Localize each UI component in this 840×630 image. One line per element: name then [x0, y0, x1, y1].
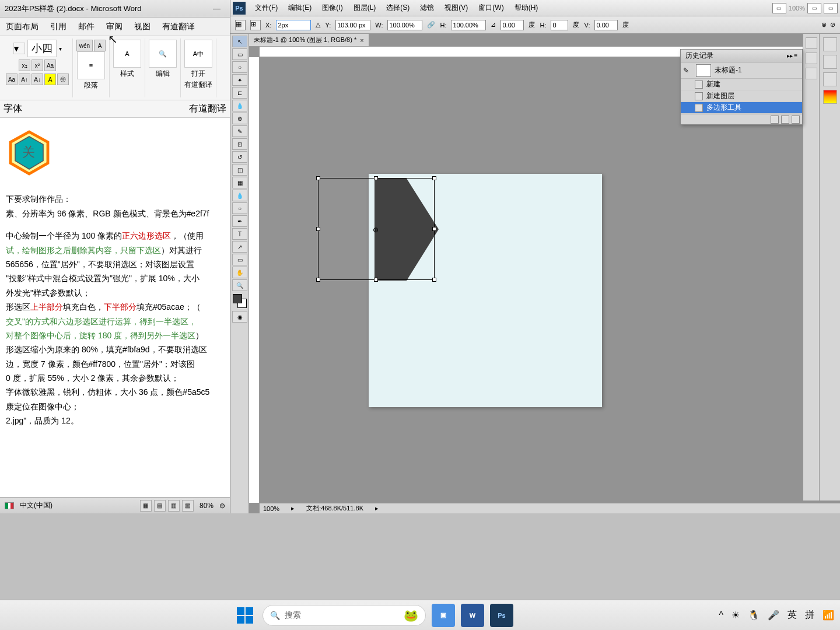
handle-ml[interactable] [316, 227, 320, 231]
center-point-icon[interactable]: ⊕ [373, 226, 379, 234]
history-item-new[interactable]: 新建 [681, 79, 802, 90]
stamp-tool[interactable]: ⊡ [232, 138, 247, 150]
tray-mic-icon[interactable]: 🎤 [768, 610, 779, 621]
healing-tool[interactable]: ⊕ [232, 113, 247, 124]
angle-input[interactable] [501, 20, 524, 30]
view-outline[interactable]: ▧ [182, 500, 194, 512]
handle-mr[interactable] [432, 227, 436, 231]
tab-review[interactable]: 审阅 [106, 22, 123, 32]
tab-view[interactable]: 视图 [134, 22, 150, 32]
menu-edit[interactable]: 编辑(E) [284, 3, 316, 13]
dock-icon-7[interactable] [806, 68, 817, 79]
x-input[interactable] [276, 20, 311, 30]
font-dropdown[interactable]: ▾ [13, 43, 25, 54]
tab-references[interactable]: 引用 [50, 22, 66, 32]
zoom-level[interactable]: 80% [200, 502, 214, 510]
quickmask-tool[interactable]: ◉ [232, 311, 247, 323]
dock-icon-5[interactable] [806, 37, 817, 49]
link-icon[interactable]: 🔗 [427, 21, 435, 29]
styles-button[interactable]: A [113, 40, 141, 68]
tool-preset-button[interactable]: ▦ [235, 20, 246, 30]
tray-weather-icon[interactable]: ☀ [732, 610, 740, 621]
path-tool[interactable]: ↗ [232, 241, 247, 253]
skew-v-input[interactable] [594, 20, 618, 30]
word-document[interactable]: 关 下要求制作作品： 素、分辨率为 96 像素、RGB 颜色模式、背景色为#e2… [0, 118, 230, 497]
zoom-tool[interactable]: 🔍 [232, 279, 247, 291]
cancel-icon[interactable]: ⊘ [830, 21, 835, 29]
search-box[interactable]: 🔍 搜索 🐸 [262, 605, 426, 626]
dock-icon-3[interactable] [823, 72, 837, 86]
handle-bc[interactable] [374, 278, 378, 282]
tray-chevron-icon[interactable]: ^ [719, 610, 723, 621]
font-size-dropdown[interactable]: ▾ [59, 46, 62, 52]
grow-font-button[interactable]: A↑ [19, 74, 30, 85]
arrow-icon-2[interactable]: ▸ [375, 505, 379, 512]
menu-help[interactable]: 帮助(H) [510, 3, 543, 13]
history-snapshot[interactable]: ✎ 未标题-1 [681, 62, 802, 79]
view-reading[interactable]: ▤ [154, 500, 166, 512]
edit-button[interactable]: 🔍 [149, 40, 177, 68]
eraser-tool[interactable]: ◫ [232, 164, 247, 176]
handle-br[interactable] [432, 278, 436, 282]
view-web[interactable]: ▥ [168, 500, 180, 512]
taskbar-app-1[interactable]: ▣ [432, 604, 455, 627]
handle-tl[interactable] [316, 176, 320, 180]
commit-icon[interactable]: ⊗ [821, 21, 827, 29]
fg-color[interactable] [233, 294, 242, 303]
phonetic-button[interactable]: wén [76, 40, 93, 51]
start-button[interactable] [233, 604, 257, 627]
menu-image[interactable]: 图像(I) [317, 3, 347, 13]
history-panel[interactable]: 历史记录 ▸▸ ≡ ✎ 未标题-1 新建 新建图层 多边形工具 [680, 49, 803, 125]
screen-mode-button[interactable]: ▭ [772, 3, 786, 13]
panel-menu-icon[interactable]: ≡ [794, 52, 797, 59]
shape-tool[interactable]: ▭ [232, 254, 247, 265]
taskbar-word[interactable]: W [461, 604, 484, 627]
wand-tool[interactable]: ✦ [232, 74, 247, 86]
taskbar-photoshop[interactable]: Ps [490, 604, 513, 627]
blur-tool[interactable]: 💧 [232, 190, 247, 201]
zoom-display[interactable]: 100% [263, 505, 279, 512]
w-input[interactable] [387, 20, 422, 30]
superscript-button[interactable]: x² [32, 60, 43, 71]
subscript-button[interactable]: x₂ [19, 60, 30, 71]
menu-file[interactable]: 文件(F) [250, 3, 282, 13]
view-print-layout[interactable]: ▦ [140, 500, 152, 512]
brush-tool[interactable]: ✎ [232, 125, 247, 137]
char-border-button[interactable]: A [94, 40, 106, 51]
color-swatch[interactable] [233, 294, 247, 308]
workspace-button[interactable]: ▭ [824, 3, 838, 13]
enclose-button[interactable]: ㊕ [57, 74, 69, 85]
panel-collapse-icon[interactable]: ▸▸ [787, 52, 793, 59]
ruler-vertical[interactable] [249, 57, 260, 503]
tab-mailings[interactable]: 邮件 [78, 22, 94, 32]
delete-state-icon[interactable] [792, 116, 800, 124]
move-tool[interactable]: ↖ [232, 36, 247, 47]
clear-format-button[interactable]: Aa [44, 60, 56, 71]
history-item-polygon[interactable]: 多边形工具 [681, 102, 802, 114]
eyedropper-tool[interactable]: 💧 [232, 100, 247, 111]
gradient-tool[interactable]: ▦ [232, 177, 247, 188]
shrink-font-button[interactable]: A↓ [32, 74, 43, 85]
language-indicator[interactable]: 中文(中国) [20, 501, 52, 510]
menu-select[interactable]: 选择(S) [382, 3, 414, 13]
highlight-button[interactable]: A [44, 74, 56, 85]
crop-tool[interactable]: ⊏ [232, 87, 247, 99]
handle-bl[interactable] [316, 278, 320, 282]
create-document-icon[interactable] [771, 116, 779, 124]
document-tab[interactable]: 未标题-1 @ 100% (图层 1, RGB/8) * × [249, 34, 369, 47]
wifi-icon[interactable]: 📶 [822, 610, 834, 621]
history-item-new-layer[interactable]: 新建图层 [681, 90, 802, 102]
lasso-tool[interactable]: ○ [232, 61, 247, 73]
history-brush-tool[interactable]: ↺ [232, 151, 247, 163]
close-tab-icon[interactable]: × [360, 37, 363, 44]
brush-source-icon[interactable]: ✎ [683, 66, 692, 75]
arrow-icon[interactable]: ▸ [291, 505, 295, 512]
ime-mode[interactable]: 拼 [805, 609, 814, 621]
menu-layer[interactable]: 图层(L) [349, 3, 381, 13]
history-panel-header[interactable]: 历史记录 ▸▸ ≡ [681, 50, 802, 62]
transform-bounding-box[interactable]: ⊕ [318, 178, 435, 280]
handle-tc[interactable] [374, 176, 378, 180]
dodge-tool[interactable]: ○ [232, 202, 247, 214]
reference-point-button[interactable]: ⊞ [250, 20, 261, 30]
menu-window[interactable]: 窗口(W) [474, 3, 508, 13]
